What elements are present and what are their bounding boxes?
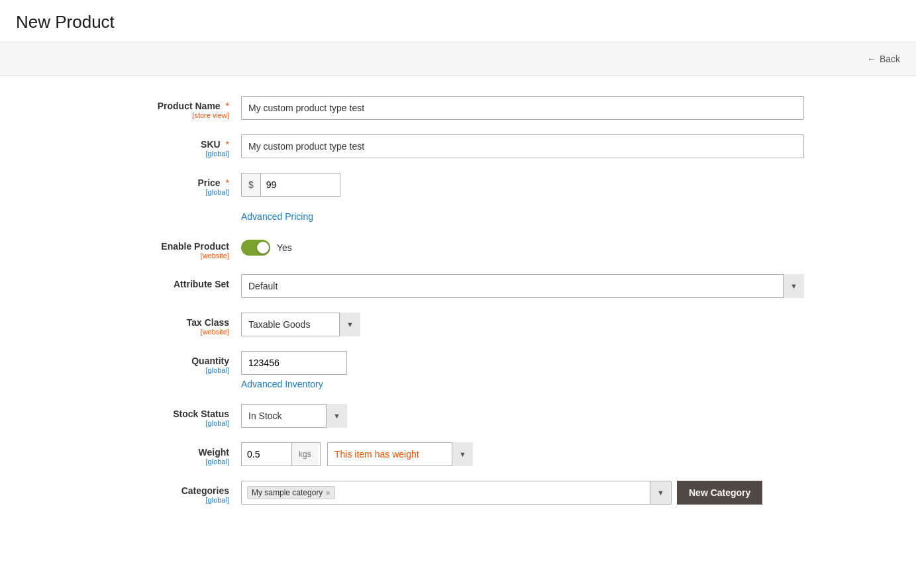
back-button[interactable]: ← Back	[867, 54, 900, 64]
category-tag: My sample category ×	[247, 486, 335, 499]
weight-input-wrap: kgs	[241, 442, 321, 466]
price-prefix: $	[242, 173, 261, 196]
back-label: Back	[880, 54, 900, 64]
stock-status-select-wrap: In Stock Out of Stock ▼	[241, 404, 347, 428]
categories-scope: [global]	[16, 496, 229, 504]
toolbar: ← Back	[0, 42, 916, 76]
attribute-set-select[interactable]: Default Custom	[241, 274, 804, 298]
attribute-set-select-wrap: Default Custom ▼	[241, 274, 804, 298]
price-scope: [global]	[16, 188, 229, 196]
tax-class-control: Taxable Goods None Shipping ▼	[241, 313, 898, 336]
categories-input-group: My sample category × ▼ New Category	[241, 481, 898, 505]
sku-row: SKU * [global]	[0, 134, 914, 158]
sku-scope: [global]	[16, 150, 229, 158]
categories-dropdown-arrow-icon[interactable]: ▼	[650, 481, 671, 504]
new-category-button[interactable]: New Category	[677, 481, 762, 505]
toggle-slider	[241, 240, 270, 256]
product-name-scope: [store view]	[16, 111, 229, 119]
enable-product-control: Yes	[241, 236, 898, 256]
price-required: *	[226, 177, 229, 188]
weight-type-select[interactable]: This item has weight This item has no we…	[327, 442, 473, 466]
back-arrow-icon: ←	[867, 54, 876, 64]
product-form: Product Name * [store view] SKU * [globa…	[0, 76, 914, 539]
product-name-label-col: Product Name * [store view]	[16, 96, 241, 119]
product-name-input[interactable]	[241, 96, 804, 120]
sku-label: SKU	[201, 139, 221, 150]
advanced-pricing-button[interactable]: Advanced Pricing	[241, 211, 313, 222]
categories-input-box[interactable]: My sample category × ▼	[241, 481, 672, 505]
weight-type-select-wrap: This item has weight This item has no we…	[327, 442, 473, 466]
tax-class-select[interactable]: Taxable Goods None Shipping	[241, 313, 360, 336]
enable-product-toggle[interactable]	[241, 240, 270, 256]
category-tag-remove-icon[interactable]: ×	[325, 489, 331, 497]
quantity-label-col: Quantity [global]	[16, 351, 241, 374]
quantity-control: Advanced Inventory	[241, 351, 898, 389]
stock-status-scope: [global]	[16, 419, 229, 427]
product-name-control	[241, 96, 898, 120]
weight-label-col: Weight [global]	[16, 442, 241, 466]
price-row: Price * [global] $ Advanced Pricing	[0, 173, 914, 222]
quantity-scope: [global]	[16, 366, 229, 374]
product-name-row: Product Name * [store view]	[0, 96, 914, 120]
tax-class-label-col: Tax Class [website]	[16, 313, 241, 336]
categories-label-col: Categories [global]	[16, 481, 241, 504]
weight-label: Weight	[199, 447, 229, 458]
tax-class-select-wrap: Taxable Goods None Shipping ▼	[241, 313, 360, 336]
advanced-inventory-button[interactable]: Advanced Inventory	[241, 379, 323, 389]
weight-control: kgs This item has weight This item has n…	[241, 442, 898, 466]
attribute-set-label-col: Attribute Set	[16, 274, 241, 289]
attribute-set-label: Attribute Set	[174, 279, 229, 289]
enable-product-row: Enable Product [website] Yes	[0, 236, 914, 260]
attribute-set-control: Default Custom ▼	[241, 274, 898, 298]
price-label: Price	[197, 177, 220, 188]
stock-status-control: In Stock Out of Stock ▼	[241, 404, 898, 428]
enable-product-toggle-wrap: Yes	[241, 236, 898, 256]
categories-row: Categories [global] My sample category ×…	[0, 481, 914, 505]
tax-class-label: Tax Class	[187, 317, 229, 328]
categories-label: Categories	[181, 485, 229, 496]
product-name-label: Product Name	[158, 101, 221, 111]
price-label-col: Price * [global]	[16, 173, 241, 196]
category-tag-label: My sample category	[252, 488, 323, 497]
enable-product-label-col: Enable Product [website]	[16, 236, 241, 260]
price-control: $ Advanced Pricing	[241, 173, 898, 222]
weight-input[interactable]	[242, 443, 291, 466]
sku-required: *	[226, 139, 229, 150]
quantity-row: Quantity [global] Advanced Inventory	[0, 351, 914, 389]
tax-class-row: Tax Class [website] Taxable Goods None S…	[0, 313, 914, 336]
tax-class-scope: [website]	[16, 328, 229, 336]
stock-status-label-col: Stock Status [global]	[16, 404, 241, 427]
stock-status-row: Stock Status [global] In Stock Out of St…	[0, 404, 914, 428]
sku-control	[241, 134, 898, 158]
attribute-set-row: Attribute Set Default Custom ▼	[0, 274, 914, 298]
stock-status-select[interactable]: In Stock Out of Stock	[241, 404, 347, 428]
page-title: New Product	[0, 0, 916, 42]
stock-status-label: Stock Status	[173, 409, 229, 419]
quantity-label: Quantity	[191, 356, 229, 366]
weight-unit: kgs	[291, 443, 318, 466]
weight-scope: [global]	[16, 458, 229, 466]
enable-product-scope: [website]	[16, 252, 229, 260]
weight-input-group: kgs This item has weight This item has n…	[241, 442, 898, 466]
price-input[interactable]	[261, 173, 327, 196]
sku-label-col: SKU * [global]	[16, 134, 241, 158]
quantity-input[interactable]	[241, 351, 347, 375]
enable-product-label: Enable Product	[161, 241, 229, 252]
product-name-required: *	[226, 101, 229, 111]
enable-product-yes-label: Yes	[277, 242, 292, 253]
sku-input[interactable]	[241, 134, 804, 158]
price-input-wrap: $	[241, 173, 340, 197]
weight-row: Weight [global] kgs This item has weight…	[0, 442, 914, 466]
categories-control: My sample category × ▼ New Category	[241, 481, 898, 505]
